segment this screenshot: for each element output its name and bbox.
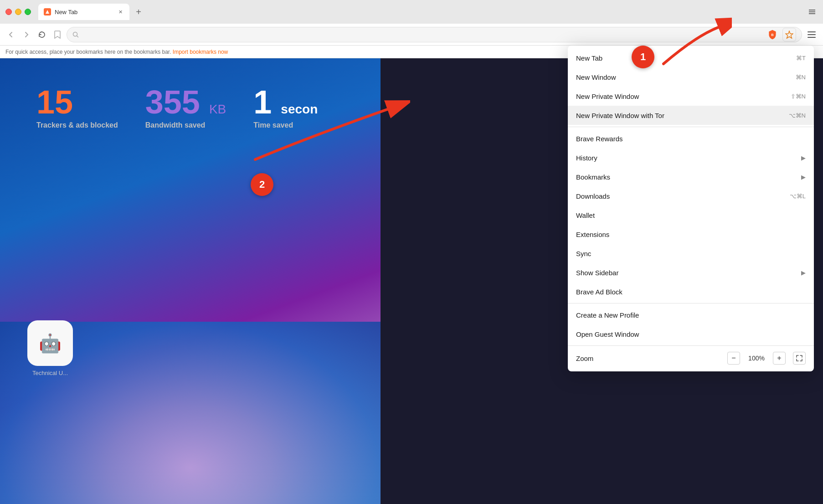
app-icon-section: 🤖 Technical U... — [27, 320, 73, 376]
bandwidth-saved-number: 355 KB — [145, 86, 226, 118]
annotation-circle-2: 2 — [251, 173, 273, 196]
minimize-window-button[interactable] — [15, 9, 21, 15]
menu-item-sync[interactable]: Sync — [568, 244, 814, 263]
menu-item-brave-ad-block-label: Brave Ad Block — [576, 288, 622, 296]
tab-list-button[interactable] — [807, 6, 818, 17]
app-icon[interactable]: 🤖 — [27, 320, 73, 366]
reload-button[interactable] — [36, 28, 48, 41]
menu-item-create-profile-label: Create a New Profile — [576, 311, 639, 319]
tab-title: New Tab — [55, 9, 77, 15]
menu-item-brave-rewards[interactable]: Brave Rewards — [568, 129, 814, 148]
close-window-button[interactable] — [5, 9, 12, 15]
annotation-arrow-1 — [641, 14, 732, 68]
menu-item-new-private-window-shortcut: ⇧⌘N — [791, 93, 806, 100]
menu-item-new-tab-label: New Tab — [576, 54, 602, 62]
menu-item-sync-label: Sync — [576, 250, 591, 257]
annotation-circle-1: 1 — [632, 46, 654, 68]
zoom-label: Zoom — [576, 355, 593, 362]
back-button[interactable] — [5, 28, 17, 41]
svg-text:B: B — [771, 32, 774, 36]
brave-rewards-icon[interactable] — [782, 28, 796, 41]
menu-item-history[interactable]: History ▶ — [568, 148, 814, 167]
zoom-fullscreen-button[interactable] — [793, 352, 806, 365]
menu-item-downloads[interactable]: Downloads ⌥⌘L — [568, 186, 814, 206]
menu-item-new-window-label: New Window — [576, 73, 616, 81]
menu-item-new-private-tor-label: New Private Window with Tor — [576, 112, 664, 119]
menu-separator-3 — [568, 345, 814, 346]
menu-item-new-private-tor-shortcut: ⌥⌘N — [789, 112, 806, 119]
menu-item-downloads-label: Downloads — [576, 192, 610, 200]
menu-item-extensions[interactable]: Extensions — [568, 225, 814, 244]
menu-item-bookmarks-arrow: ▶ — [801, 174, 806, 180]
new-tab-button[interactable]: + — [132, 5, 145, 18]
menu-item-show-sidebar-arrow: ▶ — [801, 269, 806, 276]
bookmarks-hint-text: For quick access, place your bookmarks h… — [5, 49, 171, 55]
bookmark-button[interactable] — [51, 28, 64, 41]
menu-item-new-window[interactable]: New Window ⌘N — [568, 67, 814, 87]
menu-item-history-arrow: ▶ — [801, 154, 806, 161]
menu-item-new-private-window-label: New Private Window — [576, 93, 639, 100]
menu-separator-1 — [568, 127, 814, 127]
menu-item-downloads-shortcut: ⌥⌘L — [790, 193, 806, 200]
brave-shield-icon[interactable]: B — [766, 28, 779, 41]
import-bookmarks-link[interactable]: Import bookmarks now — [173, 49, 228, 55]
zoom-value: 100% — [747, 355, 766, 362]
trackers-blocked-number: 15 — [36, 86, 118, 118]
zoom-controls: − 100% + — [727, 352, 806, 365]
menu-item-brave-ad-block[interactable]: Brave Ad Block — [568, 282, 814, 301]
menu-item-show-sidebar-label: Show Sidebar — [576, 269, 618, 277]
maximize-window-button[interactable] — [25, 9, 31, 15]
svg-marker-2 — [786, 31, 793, 38]
tab-favicon — [44, 8, 51, 15]
menu-item-open-guest[interactable]: Open Guest Window — [568, 324, 814, 344]
menu-separator-2 — [568, 303, 814, 303]
menu-item-bookmarks-label: Bookmarks — [576, 173, 610, 181]
menu-item-bookmarks[interactable]: Bookmarks ▶ — [568, 167, 814, 186]
app-icon-label: Technical U... — [27, 370, 73, 376]
trackers-blocked-label: Trackers & ads blocked — [36, 121, 118, 129]
zoom-control: Zoom − 100% + — [568, 348, 814, 369]
menu-item-open-guest-label: Open Guest Window — [576, 330, 639, 338]
hamburger-menu-button[interactable] — [805, 28, 818, 41]
menu-item-extensions-label: Extensions — [576, 231, 609, 238]
menu-item-wallet[interactable]: Wallet — [568, 206, 814, 225]
menu-item-new-private-tor[interactable]: New Private Window with Tor ⌥⌘N — [568, 106, 814, 125]
zoom-out-button[interactable]: − — [727, 352, 740, 365]
annotation-arrow-2 — [228, 91, 410, 164]
zoom-in-button[interactable]: + — [773, 352, 786, 365]
menu-item-new-window-shortcut: ⌘N — [796, 74, 806, 81]
menu-item-show-sidebar[interactable]: Show Sidebar ▶ — [568, 263, 814, 282]
bandwidth-saved-stat: 355 KB Bandwidth saved — [145, 86, 226, 129]
menu-item-create-profile[interactable]: Create a New Profile — [568, 305, 814, 324]
browser-menu: New Tab ⌘T New Window ⌘N New Private Win… — [568, 46, 814, 371]
bandwidth-saved-label: Bandwidth saved — [145, 121, 226, 129]
traffic-lights — [5, 9, 31, 15]
forward-button[interactable] — [20, 28, 33, 41]
hamburger-icon — [806, 30, 818, 40]
menu-item-new-private-window[interactable]: New Private Window ⇧⌘N — [568, 87, 814, 106]
menu-item-brave-rewards-label: Brave Rewards — [576, 135, 623, 143]
search-icon — [72, 31, 79, 38]
trackers-blocked-stat: 15 Trackers & ads blocked — [36, 86, 118, 129]
menu-item-new-tab-shortcut: ⌘T — [796, 55, 806, 62]
menu-item-wallet-label: Wallet — [576, 211, 595, 219]
menu-item-history-label: History — [576, 154, 597, 162]
active-tab[interactable]: New Tab ✕ — [38, 4, 129, 20]
fullscreen-icon — [796, 355, 802, 361]
tab-close-button[interactable]: ✕ — [117, 8, 124, 15]
